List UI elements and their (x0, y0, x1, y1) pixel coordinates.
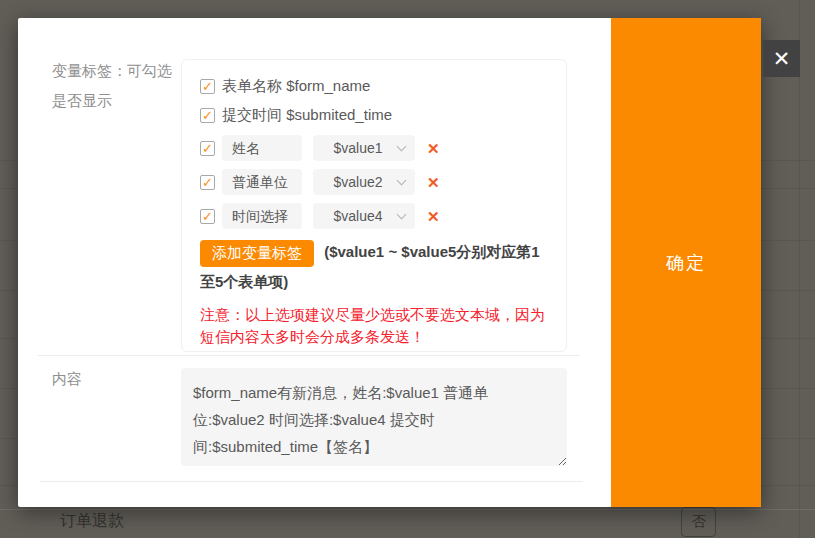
submit-time-checkbox[interactable]: ✓ (200, 108, 215, 123)
field-checkbox[interactable]: ✓ (200, 175, 215, 190)
bg-table-column-divider (799, 0, 800, 538)
remove-row-icon[interactable]: ✕ (427, 141, 440, 156)
variable-field-row: ✓ 姓名 $value1 ✕ (200, 135, 554, 161)
submit-time-label: 提交时间 $submited_time (222, 106, 392, 125)
variable-tags-label: 变量标签：可勾选是否显示 (52, 56, 176, 116)
add-variable-row: 添加变量标签 ($value1 ~ $value5分别对应第1至5个表单项) (200, 237, 554, 297)
sms-content-textarea[interactable]: $form_name有新消息，姓名:$value1 普通单位:$value2 时… (181, 368, 567, 466)
value-select-label: $value2 (333, 174, 382, 190)
submit-time-row: ✓ 提交时间 $submited_time (200, 105, 554, 126)
close-button[interactable]: ✕ (763, 40, 800, 77)
value-select[interactable]: $value4 (313, 203, 415, 229)
chevron-down-icon (397, 210, 407, 220)
value-select[interactable]: $value2 (313, 169, 415, 195)
chevron-down-icon (397, 142, 407, 152)
sms-length-warning: 注意：以上选项建议尽量少选或不要选文本域，因为短信内容太多时会分成多条发送！ (200, 304, 554, 348)
form-name-label: 表单名称 $form_name (222, 77, 370, 96)
bg-order-refund-no-button[interactable]: 否 (681, 507, 716, 537)
section-divider (40, 481, 583, 482)
sms-variable-settings-dialog: 变量标签：可勾选是否显示 ✓ 表单名称 $form_name ✓ 提交时间 $s… (18, 18, 761, 507)
value-select[interactable]: $value1 (313, 135, 415, 161)
check-icon: ✓ (202, 109, 213, 122)
add-variable-tag-button[interactable]: 添加变量标签 (200, 240, 314, 267)
check-icon: ✓ (202, 142, 213, 155)
field-name-box[interactable]: 姓名 (222, 135, 302, 161)
close-icon: ✕ (773, 48, 791, 69)
confirm-panel[interactable]: 确定 (611, 18, 761, 507)
variable-tags-box: ✓ 表单名称 $form_name ✓ 提交时间 $submited_time … (181, 59, 567, 352)
variable-field-row: ✓ 时间选择 $value4 ✕ (200, 203, 554, 229)
bg-row-label-order-refund: 订单退款 (60, 511, 124, 532)
field-name-box[interactable]: 时间选择 (222, 203, 302, 229)
remove-row-icon[interactable]: ✕ (427, 175, 440, 190)
section-divider (38, 355, 580, 356)
confirm-button[interactable]: 确定 (666, 251, 706, 275)
check-icon: ✓ (202, 176, 213, 189)
form-name-row: ✓ 表单名称 $form_name (200, 76, 554, 97)
field-checkbox[interactable]: ✓ (200, 141, 215, 156)
check-icon: ✓ (202, 210, 213, 223)
chevron-down-icon (397, 176, 407, 186)
field-name-box[interactable]: 普通单位 (222, 169, 302, 195)
content-label: 内容 (52, 370, 82, 389)
field-checkbox[interactable]: ✓ (200, 209, 215, 224)
form-name-checkbox[interactable]: ✓ (200, 79, 215, 94)
screen: 订单退款 否 变量标签：可勾选是否显示 ✓ 表单名称 $form_name ✓ … (0, 0, 815, 538)
check-icon: ✓ (202, 80, 213, 93)
value-select-label: $value1 (333, 140, 382, 156)
remove-row-icon[interactable]: ✕ (427, 209, 440, 224)
variable-field-row: ✓ 普通单位 $value2 ✕ (200, 169, 554, 195)
value-select-label: $value4 (333, 208, 382, 224)
